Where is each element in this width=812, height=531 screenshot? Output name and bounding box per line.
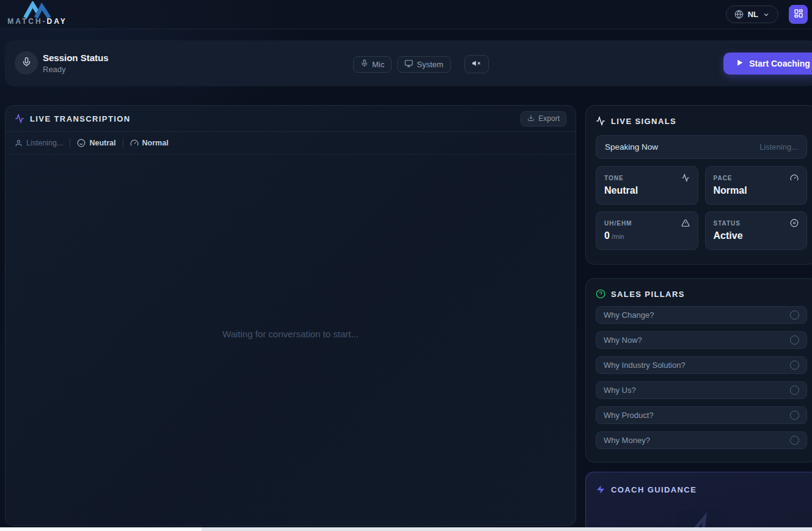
speaking-now-card: Speaking Now Listening... <box>596 135 807 159</box>
top-header: MATCH-DAY NL <box>0 0 812 29</box>
app-page: MATCH-DAY NL Session Status Ready <box>0 0 812 531</box>
microphone-icon <box>360 59 368 69</box>
horizontal-scrollbar-thumb[interactable] <box>0 527 202 531</box>
transcription-title: LIVE TRANSCRIPTION <box>30 114 131 123</box>
monitor-icon <box>404 59 413 70</box>
speaking-now-value: Listening... <box>759 142 798 152</box>
help-circle-icon <box>596 289 605 299</box>
pillar-checkbox[interactable] <box>790 361 799 370</box>
coach-guidance-panel: COACH GUIDANCE <box>585 472 812 531</box>
coach-guidance-title: COACH GUIDANCE <box>611 485 697 494</box>
activity-icon <box>681 174 690 182</box>
live-transcription-panel: LIVE TRANSCRIPTION Export Listening... <box>5 105 576 526</box>
system-source-label: System <box>417 60 443 69</box>
brand-name: MATCH-DAY <box>4 17 71 26</box>
download-icon <box>527 114 535 123</box>
pillar-row-why-money[interactable]: Why Money? <box>596 431 807 449</box>
session-status-bar: Session Status Ready Mic System <box>5 40 812 86</box>
lightning-icon <box>596 485 605 494</box>
pillar-label: Why Money? <box>604 436 650 445</box>
user-icon <box>15 139 23 147</box>
pace-label: PACE <box>714 175 733 181</box>
status-label: STATUS <box>714 220 741 227</box>
pace-chip: Normal <box>130 139 169 147</box>
mic-source-label: Mic <box>372 60 384 69</box>
microphone-icon <box>21 57 32 70</box>
volume-muted-icon <box>472 59 481 70</box>
pillar-label: Why Us? <box>604 386 636 395</box>
live-signals-title-group: LIVE SIGNALS <box>596 116 807 126</box>
language-selector[interactable]: NL <box>726 5 778 23</box>
brand-logo: MATCH-DAY <box>4 1 71 26</box>
filler-words-label: UH/EHM <box>604 220 632 227</box>
pillar-row-why-us[interactable]: Why Us? <box>596 381 807 399</box>
pillar-row-why-change[interactable]: Why Change? <box>596 306 807 324</box>
pillar-checkbox[interactable] <box>790 436 799 445</box>
filler-words-value: 0/min <box>604 230 690 241</box>
coach-guidance-title-group: COACH GUIDANCE <box>596 485 807 494</box>
status-card: STATUS Active <box>705 211 808 250</box>
speaker-status-chip: Listening... <box>15 139 63 147</box>
live-signals-title: LIVE SIGNALS <box>611 117 676 126</box>
pause-circle-icon <box>790 219 799 227</box>
layout-grid-icon <box>794 9 803 21</box>
sentiment-label: Neutral <box>89 139 115 147</box>
transcription-title-group: LIVE TRANSCRIPTION <box>15 114 131 123</box>
status-value: Active <box>714 230 799 241</box>
logo-m-icon <box>22 1 53 18</box>
start-coaching-label: Start Coaching <box>749 59 810 68</box>
session-status-text: Session Status Ready <box>43 53 109 74</box>
start-coaching-button[interactable]: Start Coaching <box>723 53 812 75</box>
pace-label: Normal <box>142 139 169 147</box>
sales-pillars-title: SALES PILLARS <box>611 290 685 299</box>
empty-state-message: Waiting for conversation to start... <box>5 329 576 339</box>
pillar-label: Why Industry Solution? <box>604 361 686 370</box>
export-label: Export <box>538 114 560 123</box>
transcription-header: LIVE TRANSCRIPTION Export <box>5 106 576 132</box>
gauge-icon <box>790 174 799 182</box>
dashboard-layout-button[interactable] <box>789 5 808 24</box>
divider <box>123 139 123 147</box>
sales-pillars-panel: SALES PILLARS Why Change? Why Now? Why I… <box>585 278 812 463</box>
transcription-status-row: Listening... Neutral Normal <box>5 132 576 155</box>
pillar-checkbox[interactable] <box>790 335 799 345</box>
pillar-row-why-product[interactable]: Why Product? <box>596 406 807 424</box>
speaking-now-label: Speaking Now <box>605 142 658 152</box>
mic-toggle-button[interactable] <box>15 51 38 75</box>
system-source-button[interactable]: System <box>397 56 450 73</box>
pace-card: PACE Normal <box>705 166 808 205</box>
smile-icon <box>77 139 86 147</box>
live-signals-panel: LIVE SIGNALS Speaking Now Listening... T… <box>585 105 812 265</box>
play-icon <box>736 59 744 68</box>
export-button[interactable]: Export <box>521 111 566 126</box>
session-status-title: Session Status <box>43 53 109 63</box>
pillar-checkbox[interactable] <box>790 310 799 320</box>
globe-icon <box>734 10 744 19</box>
pillar-label: Why Product? <box>604 411 654 420</box>
activity-icon <box>15 114 24 123</box>
gauge-icon <box>130 139 139 147</box>
filler-words-unit: /min <box>612 233 624 240</box>
tone-value: Neutral <box>604 185 690 196</box>
warning-icon <box>681 219 690 227</box>
filler-words-card: UH/EHM 0/min <box>596 211 698 250</box>
pace-value: Normal <box>714 185 799 196</box>
divider <box>70 139 70 147</box>
sales-pillars-title-group: SALES PILLARS <box>596 289 807 299</box>
speaker-status-label: Listening... <box>26 139 63 147</box>
audio-source-controls: Mic System <box>353 55 489 73</box>
language-code: NL <box>748 10 758 19</box>
pillar-row-why-now[interactable]: Why Now? <box>596 331 807 349</box>
chevron-down-icon <box>763 11 770 18</box>
mic-source-button[interactable]: Mic <box>353 56 392 73</box>
pillar-checkbox[interactable] <box>790 411 799 420</box>
mute-button[interactable] <box>464 55 489 73</box>
tone-card: TONE Neutral <box>596 166 698 205</box>
horizontal-scrollbar[interactable] <box>0 527 812 531</box>
activity-icon <box>596 116 605 126</box>
session-status-value: Ready <box>43 65 109 74</box>
pillar-checkbox[interactable] <box>790 386 799 395</box>
pillar-label: Why Now? <box>604 335 642 345</box>
pillar-row-why-industry-solution[interactable]: Why Industry Solution? <box>596 356 807 374</box>
tone-label: TONE <box>604 175 624 181</box>
